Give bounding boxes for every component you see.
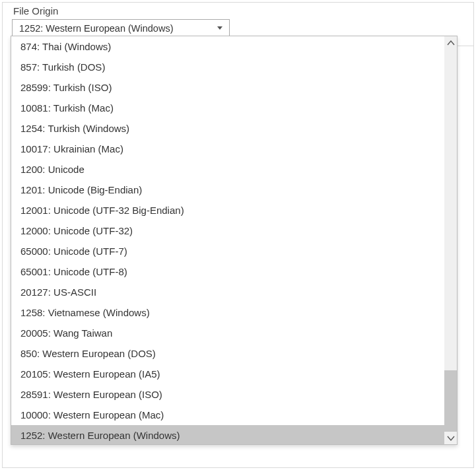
list-item[interactable]: 10081: Turkish (Mac) [11,98,444,118]
file-origin-dropdown: 874: Thai (Windows)857: Turkish (DOS)285… [11,36,458,445]
divider-line [458,46,474,46]
list-item[interactable]: 12000: Unicode (UTF-32) [11,220,444,241]
list-item[interactable]: 1254: Turkish (Windows) [11,118,444,139]
list-item[interactable]: 28591: Western European (ISO) [11,384,444,405]
list-item[interactable]: 10017: Ukrainian (Mac) [11,139,444,159]
file-origin-selected-value: 1252: Western European (Windows) [13,23,211,34]
dropdown-arrow-icon[interactable] [211,20,229,37]
list-item[interactable]: 850: Western European (DOS) [11,343,444,364]
list-item[interactable]: 1201: Unicode (Big-Endian) [11,180,444,200]
list-item[interactable]: 65001: Unicode (UTF-8) [11,261,444,282]
list-item[interactable]: 20105: Western European (IA5) [11,364,444,384]
list-item[interactable]: 1258: Vietnamese (Windows) [11,302,444,323]
scroll-up-icon[interactable] [444,36,457,49]
list-item[interactable]: 1252: Western European (Windows) [11,425,444,444]
list-item[interactable]: 20005: Wang Taiwan [11,323,444,343]
scroll-down-icon[interactable] [444,432,457,444]
file-origin-label: File Origin [13,5,473,17]
list-item[interactable]: 874: Thai (Windows) [11,36,444,57]
list-item[interactable]: 857: Turkish (DOS) [11,57,444,77]
list-item[interactable]: 65000: Unicode (UTF-7) [11,241,444,261]
list-item[interactable]: 1200: Unicode [11,159,444,180]
list-item[interactable]: 10000: Western European (Mac) [11,405,444,425]
scroll-thumb[interactable] [444,370,457,432]
scroll-track[interactable] [444,49,457,432]
file-origin-combobox[interactable]: 1252: Western European (Windows) [12,19,230,38]
options-list: 874: Thai (Windows)857: Turkish (DOS)285… [11,36,444,444]
list-item[interactable]: 28599: Turkish (ISO) [11,77,444,98]
list-item[interactable]: 12001: Unicode (UTF-32 Big-Endian) [11,200,444,220]
list-item[interactable]: 20127: US-ASCII [11,282,444,302]
scrollbar[interactable] [444,36,457,444]
